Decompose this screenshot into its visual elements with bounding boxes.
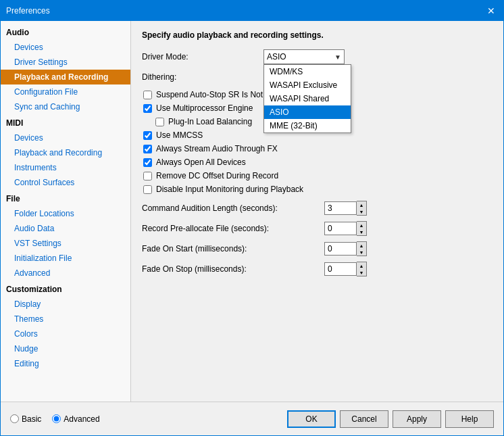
driver-mode-option-wdm-ks[interactable]: WDM/KS [264,65,351,78]
sidebar-item-custom-themes[interactable]: Themes [1,312,130,326]
apply-button[interactable]: Apply [393,410,441,428]
sidebar-item-file-audio-data[interactable]: Audio Data [1,221,130,236]
radio-advanced-text: Advanced [64,414,99,424]
sidebar-item-audio-configuration-file[interactable]: Configuration File [1,84,130,99]
command-audition-label: Command Audition Length (seconds): [142,203,324,213]
fade-on-stop-row: Fade On Stop (milliseconds): ▲ ▼ [142,262,493,276]
content-area: Specify audio playback and recording set… [131,21,503,402]
checkbox-stream-audio-label: Always Stream Audio Through FX [156,144,278,153]
fade-on-stop-label: Fade On Stop (milliseconds): [142,264,324,274]
sidebar-item-custom-nudge[interactable]: Nudge [1,341,130,356]
sidebar-section-audio: Audio [1,24,130,40]
sidebar-item-midi-playback-recording[interactable]: Playback and Recording [1,145,130,160]
content-title: Specify audio playback and recording set… [142,30,493,40]
sidebar-item-custom-colors[interactable]: Colors [1,326,130,341]
sidebar-item-file-advanced[interactable]: Advanced [1,266,130,281]
command-audition-up[interactable]: ▲ [357,201,366,208]
sidebar: Audio Devices Driver Settings Playback a… [1,21,131,402]
sidebar-item-audio-devices[interactable]: Devices [1,40,130,55]
sidebar-item-midi-control-surfaces[interactable]: Control Surfaces [1,175,130,190]
checkbox-multiprocessor-label: Use Multiprocessor Engine [156,103,253,113]
driver-mode-value: ASIO [267,52,334,62]
radio-basic-text: Basic [22,414,41,424]
sidebar-item-file-folder-locations[interactable]: Folder Locations [1,206,130,221]
command-audition-spinbox: ▲ ▼ [324,201,367,216]
sidebar-item-file-vst-settings[interactable]: VST Settings [1,236,130,251]
command-audition-row: Command Audition Length (seconds): ▲ ▼ [142,201,493,216]
sidebar-item-midi-devices[interactable]: Devices [1,130,130,145]
title-bar: Preferences ✕ [1,1,503,21]
dropdown-arrow-icon: ▼ [334,53,341,61]
checkbox-suspend[interactable] [143,91,152,99]
driver-mode-label: Driver Mode: [142,52,263,62]
ok-button[interactable]: OK [287,410,336,428]
checkbox-open-devices-label: Always Open All Devices [156,158,246,167]
checkbox-disable-input-monitoring[interactable] [143,185,152,194]
sidebar-section-file: File [1,190,130,206]
driver-mode-dropdown[interactable]: ASIO ▼ [263,49,345,64]
record-pre-allocate-buttons: ▲ ▼ [357,221,367,236]
record-pre-allocate-input[interactable] [324,222,357,235]
cancel-button[interactable]: Cancel [340,410,388,428]
fade-on-start-down[interactable]: ▼ [357,249,366,256]
command-audition-down[interactable]: ▼ [357,208,366,215]
record-pre-allocate-up[interactable]: ▲ [357,222,366,228]
driver-mode-option-asio[interactable]: ASIO [264,105,351,119]
sidebar-item-audio-playback-recording[interactable]: Playback and Recording [1,70,130,84]
checkbox-row-disable-input-monitoring: Disable Input Monitoring during Playback [143,185,493,194]
record-pre-allocate-down[interactable]: ▼ [357,228,366,235]
close-button[interactable]: ✕ [484,4,498,18]
checkbox-row-remove-dc: Remove DC Offset During Record [143,171,493,180]
fade-on-start-buttons: ▲ ▼ [357,241,367,256]
radio-basic[interactable] [10,414,19,423]
driver-mode-dropdown-container: ASIO ▼ WDM/KS WASAPI Exclusive WASAPI Sh… [263,49,345,64]
main-content: Audio Devices Driver Settings Playback a… [1,21,503,402]
checkbox-plugin-balancing-label: Plug-In Load Balancing [168,117,252,126]
fade-on-stop-spinbox: ▲ ▼ [324,262,367,276]
radio-basic-label[interactable]: Basic [10,414,41,424]
driver-mode-option-wasapi-shared[interactable]: WASAPI Shared [264,92,351,105]
fade-on-start-input[interactable] [324,242,357,256]
fade-on-start-label: Fade On Start (milliseconds): [142,244,324,253]
checkbox-input-monitoring-label: Disable Input Monitoring during Playback [156,185,303,194]
sidebar-section-customization: Customization [1,281,130,297]
record-pre-allocate-label: Record Pre-allocate File (seconds): [142,224,324,233]
checkbox-plugin-load-balancing[interactable] [155,118,164,126]
view-mode-radio-group: Basic Advanced [10,414,100,424]
radio-advanced[interactable] [52,414,61,423]
checkbox-row-stream-audio: Always Stream Audio Through FX [143,144,493,153]
driver-mode-row: Driver Mode: ASIO ▼ WDM/KS WASAPI Exclus… [142,49,493,64]
command-audition-buttons: ▲ ▼ [357,201,367,216]
fade-on-start-up[interactable]: ▲ [357,242,366,249]
command-audition-input[interactable] [324,201,357,215]
sidebar-item-custom-editing[interactable]: Editing [1,356,130,371]
bottom-bar: Basic Advanced OK Cancel Apply Help [1,402,503,435]
help-button[interactable]: Help [445,410,494,428]
checkbox-open-devices[interactable] [143,158,152,167]
fade-on-stop-buttons: ▲ ▼ [357,262,367,276]
sidebar-section-midi: MIDI [1,114,130,130]
sidebar-item-custom-display[interactable]: Display [1,297,130,312]
sidebar-item-audio-sync-caching[interactable]: Sync and Caching [1,99,130,114]
driver-mode-dropdown-menu: WDM/KS WASAPI Exclusive WASAPI Shared AS… [263,64,351,133]
record-pre-allocate-spinbox: ▲ ▼ [324,221,367,236]
sidebar-item-audio-driver-settings[interactable]: Driver Settings [1,55,130,70]
checkbox-mmcss[interactable] [143,131,152,140]
record-pre-allocate-row: Record Pre-allocate File (seconds): ▲ ▼ [142,221,493,236]
fade-on-stop-input[interactable] [324,262,357,276]
driver-mode-option-wasapi-exclusive[interactable]: WASAPI Exclusive [264,78,351,92]
sidebar-item-file-initialization-file[interactable]: Initialization File [1,251,130,266]
sidebar-item-midi-instruments[interactable]: Instruments [1,160,130,175]
checkbox-mmcss-label: Use MMCSS [156,130,203,140]
dithering-label: Dithering: [142,72,263,82]
checkbox-remove-dc-label: Remove DC Offset During Record [156,171,278,180]
fade-on-stop-down[interactable]: ▼ [357,269,366,276]
checkbox-multiprocessor[interactable] [143,104,152,113]
driver-mode-option-mme-32bit[interactable]: MME (32-Bit) [264,119,351,132]
radio-advanced-label[interactable]: Advanced [52,414,99,424]
fade-on-stop-up[interactable]: ▲ [357,262,366,269]
checkbox-stream-audio[interactable] [143,145,152,153]
checkbox-remove-dc[interactable] [143,172,152,180]
dialog-button-group: OK Cancel Apply Help [287,410,494,428]
window-title: Preferences [6,6,50,16]
